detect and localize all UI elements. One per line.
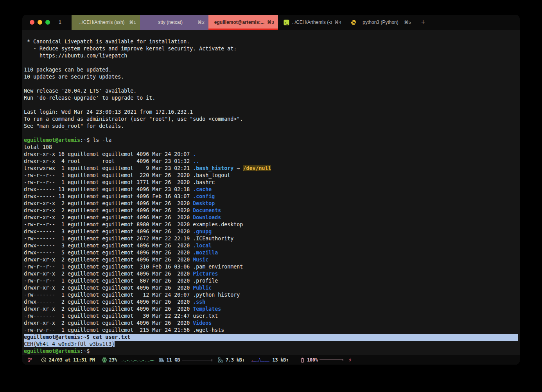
- terminal-line: eguillemot@artemis:~$: [24, 348, 518, 355]
- terminal-line: drwxr-xr-x 2 eguillemot eguillemot 4096 …: [24, 285, 518, 292]
- terminal-line: drwx------ 2 eguillemot eguillemot 4096 …: [24, 299, 518, 306]
- tab-label: python3 (Python): [359, 20, 402, 25]
- terminal-line: drwx------ 13 eguillemot eguillemot 4096…: [24, 193, 518, 200]
- cpu-icon: [102, 357, 107, 363]
- new-tab-button[interactable]: +: [415, 15, 431, 30]
- terminal-line: [24, 130, 518, 137]
- tab-shortcut: ⌘5: [404, 20, 411, 25]
- zoom-button[interactable]: [45, 20, 50, 25]
- git-branch-icon: [27, 357, 32, 363]
- battery-icon: [300, 357, 305, 363]
- terminal-line: drwx------ 13 eguillemot eguillemot 4096…: [24, 186, 518, 193]
- terminal-output: * Canonical Livepatch is available for i…: [22, 30, 520, 355]
- tab-shortcut: ⌘3: [267, 20, 274, 25]
- terminal-line: -rw------- 1 eguillemot eguillemot 12 Ma…: [24, 292, 518, 299]
- terminal-line: eguillemot@artemis:~$ ls -la: [24, 137, 518, 144]
- terminal-line: * Canonical Livepatch is available for i…: [24, 38, 518, 45]
- status-datetime: 24/03 at 11:31 PM: [49, 357, 95, 363]
- terminal-line: drwxr-xr-x 16 eguillemot eguillemot 4096…: [24, 151, 518, 158]
- status-battery: 100%: [307, 357, 318, 363]
- tab-label: ../CEH/Arthemis (-z...: [292, 20, 332, 25]
- tab-1[interactable]: ../CEH/Arthemis (ssh)⌘1: [72, 15, 140, 30]
- cpu-sparkline: [122, 358, 154, 363]
- python-icon: [351, 20, 359, 25]
- tab-shortcut: ⌘4: [334, 20, 341, 25]
- tab-label: ../CEH/Arthemis (ssh): [77, 20, 127, 25]
- terminal-line: -rw-r--r-- 1 eguillemot eguillemot 3771 …: [24, 179, 518, 186]
- terminal-line: - Reduce system reboots and improve kern…: [24, 45, 518, 52]
- memory-icon: [159, 357, 164, 363]
- terminal-line: -rw-r--r-- 1 eguillemot eguillemot 807 M…: [24, 277, 518, 285]
- terminal-line: -rw------- 1 eguillemot eguillemot 2672 …: [24, 235, 518, 242]
- tab-bar: 1 ../CEH/Arthemis (ssh)⌘1stty (netcat)⌘2…: [22, 15, 520, 30]
- status-bar: 24/03 at 11:31 PM 23% 11 GB: [22, 355, 520, 365]
- terminal-line: drwxr-xr-x 2 eguillemot eguillemot 4096 …: [24, 320, 518, 327]
- terminal-line: drwx------ 3 eguillemot eguillemot 4096 …: [24, 228, 518, 235]
- status-net-up: 13 kB↑: [273, 357, 289, 363]
- terminal-line: To run a command as administrator (user …: [24, 116, 518, 123]
- tab-5[interactable]: python3 (Python)⌘5: [345, 15, 415, 30]
- terminal-line: https://ubuntu.com/livepatch: [24, 52, 518, 59]
- minimize-button[interactable]: [38, 20, 42, 25]
- terminal-line: total 108: [24, 144, 518, 151]
- terminal-line: -rw------- 1 eguillemot eguillemot 30 Ma…: [24, 313, 518, 320]
- tab-4[interactable]: >_../CEH/Arthemis (-z...⌘4: [278, 15, 345, 30]
- terminal-line: drwxr-xr-x 2 eguillemot eguillemot 4096 …: [24, 270, 518, 277]
- terminal-line: -rw-r--r-- 1 eguillemot eguillemot 310 F…: [24, 263, 518, 270]
- terminal-line: [24, 59, 518, 66]
- memory-graph: [182, 358, 214, 363]
- clock-icon: [41, 357, 47, 363]
- status-cpu: 23%: [109, 357, 117, 363]
- terminal-line: lrwxrwxrwx 1 eguillemot eguillemot 9 Mar…: [24, 165, 518, 172]
- terminal-line: [24, 102, 518, 109]
- status-net-down: 7.3 kB↓: [226, 357, 244, 363]
- tab-label: eguillemot@artemis:...: [214, 20, 265, 25]
- battery-graph: [319, 358, 345, 363]
- terminal-line: drwx------ 5 eguillemot eguillemot 4096 …: [24, 249, 518, 256]
- terminal-line: drwxr-xr-x 2 eguillemot eguillemot 4096 …: [24, 256, 518, 263]
- tabs-container: ../CEH/Arthemis (ssh)⌘1stty (netcat)⌘2eg…: [72, 15, 415, 30]
- tab-2[interactable]: stty (netcat)⌘2: [140, 15, 208, 30]
- terminal-line: drwxr-xr-x 2 eguillemot eguillemot 4096 …: [24, 207, 518, 214]
- terminal-line: 10 updates are security updates.: [24, 73, 518, 81]
- window-controls: 1: [22, 15, 72, 30]
- close-button[interactable]: [30, 20, 34, 25]
- terminal-line: Run 'do-release-upgrade' to upgrade to i…: [24, 95, 518, 102]
- tab-shortcut: ⌘1: [129, 20, 136, 25]
- tab-3[interactable]: eguillemot@artemis:...⌘3: [208, 15, 278, 30]
- terminal-line: 110 packages can be updated.: [24, 66, 518, 73]
- terminal-line: -rw-r--r-- 1 eguillemot eguillemot 8980 …: [24, 221, 518, 228]
- terminal-line: New release '20.04.2 LTS' available.: [24, 88, 518, 95]
- terminal-line: drwxr-xr-x 2 eguillemot eguillemot 4096 …: [24, 306, 518, 313]
- terminal-line: drwxr-xr-x 2 eguillemot eguillemot 4096 …: [24, 200, 518, 207]
- terminal-line: [24, 81, 518, 88]
- tab-label: stty (netcat): [145, 20, 195, 25]
- terminal-line: drwxr-xr-x 2 eguillemot eguillemot 4096 …: [24, 214, 518, 221]
- network-graph: [251, 357, 269, 363]
- terminal-icon: >_: [284, 20, 292, 25]
- status-memory: 11 GB: [166, 357, 180, 363]
- terminal-window: 1 ../CEH/Arthemis (ssh)⌘1stty (netcat)⌘2…: [22, 15, 520, 365]
- terminal-line: -rw-r--r-- 1 eguillemot eguillemot 220 M…: [24, 172, 518, 179]
- window-number: 1: [59, 20, 61, 25]
- terminal-line: drwx------ 3 eguillemot eguillemot 4096 …: [24, 242, 518, 249]
- terminal-line: Last login: Wed Mar 24 23:00:13 2021 fro…: [24, 109, 518, 116]
- svg-text:>_: >_: [285, 21, 289, 24]
- network-icon: [218, 357, 223, 363]
- terminal-line: -rw-rw-r-- 1 eguillemot eguillemot 215 M…: [24, 327, 518, 334]
- terminal-line: drwxr-xr-x 4 root root 4096 Mar 23 01:32…: [24, 158, 518, 165]
- tab-shortcut: ⌘2: [197, 20, 205, 25]
- charging-bolt-icon: [348, 357, 352, 363]
- terminal-line: See "man sudo_root" for details.: [24, 123, 518, 130]
- terminal-line: eguillemot@artemis:~$ cat user.txt: [24, 334, 518, 341]
- terminal-line: CEH{Wh4t_4_w0nd3rfUl_w3bs1t3}: [24, 341, 518, 348]
